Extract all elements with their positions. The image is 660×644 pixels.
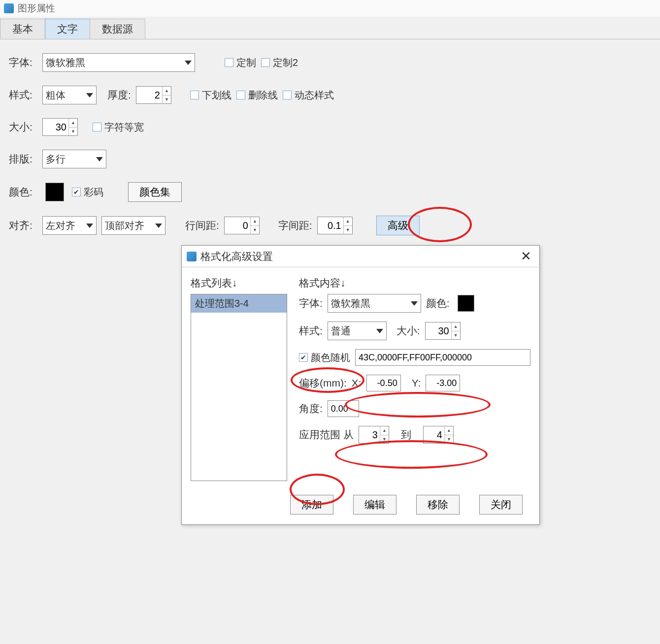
line-spacing-stepper[interactable]: ▲▼	[224, 217, 260, 234]
offset-y-input[interactable]	[426, 375, 460, 391]
custom2-checkbox[interactable]: 定制2	[261, 56, 298, 69]
spin-down-icon[interactable]: ▼	[344, 226, 352, 234]
tabs: 基本 文字 数据源	[0, 19, 660, 39]
range-to-stepper[interactable]: ▲▼	[423, 426, 454, 444]
edit-button[interactable]: 编辑	[353, 495, 396, 515]
checkbox-icon: ✔	[299, 353, 308, 362]
chevron-down-icon	[86, 93, 93, 97]
dialog-style-select[interactable]: 普通	[328, 322, 387, 340]
style-select[interactable]: 粗体	[42, 86, 97, 104]
char-spacing-stepper[interactable]: ▲▼	[317, 217, 353, 234]
app-icon	[4, 3, 14, 13]
align-h-select[interactable]: 左对齐	[42, 216, 97, 235]
line-spacing-input[interactable]	[225, 217, 250, 234]
spin-down-icon[interactable]: ▼	[69, 128, 77, 136]
checkbox-icon	[93, 123, 101, 131]
font-select-value: 微软雅黑	[46, 56, 85, 69]
layout-select[interactable]: 多行	[42, 150, 106, 168]
advanced-dialog: 格式化高级设置 ✕ 格式列表↓ 处理范围3-4 格式内容↓ 字体: 微软雅黑 颜…	[181, 245, 540, 525]
advanced-button[interactable]: 高级	[376, 216, 420, 235]
mono-checkbox[interactable]: 字符等宽	[93, 121, 144, 134]
angle-label: 角度:	[299, 402, 323, 416]
spin-down-icon[interactable]: ▼	[380, 435, 389, 444]
angle-input[interactable]	[328, 400, 359, 417]
form-area: 字体: 微软雅黑 定制 定制2 样式: 粗体 厚度: ▲▼ 下划线	[0, 39, 660, 263]
dialog-font-label: 字体:	[299, 296, 323, 310]
y-label: Y:	[412, 377, 421, 389]
dialog-font-select[interactable]: 微软雅黑	[328, 294, 421, 313]
layout-label: 排版:	[9, 152, 37, 166]
checkbox-icon	[236, 91, 245, 99]
chevron-down-icon	[155, 224, 162, 228]
spin-down-icon[interactable]: ▼	[251, 226, 259, 234]
range-to-input[interactable]	[424, 426, 444, 443]
strike-checkbox[interactable]: 删除线	[236, 89, 278, 102]
window-title-bar: 图形属性	[0, 0, 660, 17]
dynstyle-checkbox[interactable]: 动态样式	[283, 89, 334, 102]
checkbox-icon: ✔	[72, 188, 81, 196]
remove-button[interactable]: 移除	[416, 495, 460, 515]
spin-up-icon[interactable]: ▲	[69, 119, 77, 128]
offset-label: 偏移(mm):	[299, 376, 347, 390]
size-stepper[interactable]: ▲▼	[42, 118, 78, 136]
color-list-input[interactable]	[355, 349, 530, 366]
align-v-select[interactable]: 顶部对齐	[101, 216, 165, 235]
thickness-stepper[interactable]: ▲▼	[136, 86, 171, 104]
custom1-checkbox[interactable]: 定制	[225, 56, 256, 69]
tab-text[interactable]: 文字	[45, 19, 90, 39]
thickness-input[interactable]	[136, 87, 162, 103]
chevron-down-icon	[86, 224, 93, 228]
list-item[interactable]: 处理范围3-4	[191, 294, 287, 313]
line-spacing-label: 行间距:	[185, 219, 219, 232]
range-from-input[interactable]	[359, 426, 380, 443]
dialog-size-stepper[interactable]: ▲▼	[425, 322, 461, 340]
chevron-down-icon	[185, 61, 192, 65]
font-label: 字体:	[9, 56, 37, 69]
char-spacing-input[interactable]	[318, 217, 343, 234]
close-button[interactable]: 关闭	[479, 495, 523, 515]
align-label: 对齐:	[9, 219, 37, 232]
spin-up-icon[interactable]: ▲	[380, 426, 389, 435]
spin-up-icon[interactable]: ▲	[251, 217, 259, 226]
spin-up-icon[interactable]: ▲	[344, 217, 352, 226]
dialog-style-label: 样式:	[299, 324, 323, 338]
window-title: 图形属性	[18, 2, 55, 15]
spin-down-icon[interactable]: ▼	[445, 435, 453, 444]
underline-checkbox[interactable]: 下划线	[190, 89, 231, 102]
close-icon[interactable]: ✕	[518, 249, 534, 264]
chevron-down-icon	[96, 157, 103, 161]
dialog-title-bar: 格式化高级设置 ✕	[182, 246, 539, 267]
checkbox-icon	[261, 58, 270, 67]
dialog-size-input[interactable]	[426, 322, 451, 339]
spin-up-icon[interactable]: ▲	[452, 322, 460, 331]
size-input[interactable]	[43, 119, 68, 135]
color-set-button[interactable]: 颜色集	[128, 182, 182, 202]
chevron-down-icon	[411, 301, 418, 306]
dialog-size-label: 大小:	[396, 324, 420, 338]
range-to-label: 到	[401, 428, 411, 442]
x-label: X:	[352, 377, 362, 389]
dialog-color-swatch[interactable]	[458, 295, 474, 312]
dialog-color-label: 颜色:	[426, 296, 450, 310]
color-swatch[interactable]	[45, 183, 64, 201]
range-from-stepper[interactable]: ▲▼	[359, 426, 389, 444]
thickness-label: 厚度:	[107, 88, 131, 102]
random-color-checkbox[interactable]: ✔ 颜色随机	[299, 351, 350, 364]
format-content-header: 格式内容↓	[299, 276, 530, 290]
tab-datasource[interactable]: 数据源	[90, 19, 145, 39]
spin-up-icon[interactable]: ▲	[163, 87, 171, 96]
format-list[interactable]: 处理范围3-4	[191, 294, 287, 481]
checkbox-icon	[190, 91, 199, 99]
color-label: 颜色:	[9, 185, 37, 199]
spin-down-icon[interactable]: ▼	[452, 331, 460, 340]
tab-basic[interactable]: 基本	[0, 19, 45, 39]
offset-x-input[interactable]	[366, 375, 401, 391]
add-button[interactable]: 添加	[290, 495, 333, 515]
size-label: 大小:	[9, 120, 37, 134]
spin-up-icon[interactable]: ▲	[445, 426, 453, 435]
chevron-down-icon	[376, 329, 383, 333]
color-code-checkbox[interactable]: ✔ 彩码	[72, 186, 103, 199]
checkbox-icon	[225, 58, 233, 67]
spin-down-icon[interactable]: ▼	[163, 96, 171, 104]
font-select[interactable]: 微软雅黑	[42, 53, 195, 72]
